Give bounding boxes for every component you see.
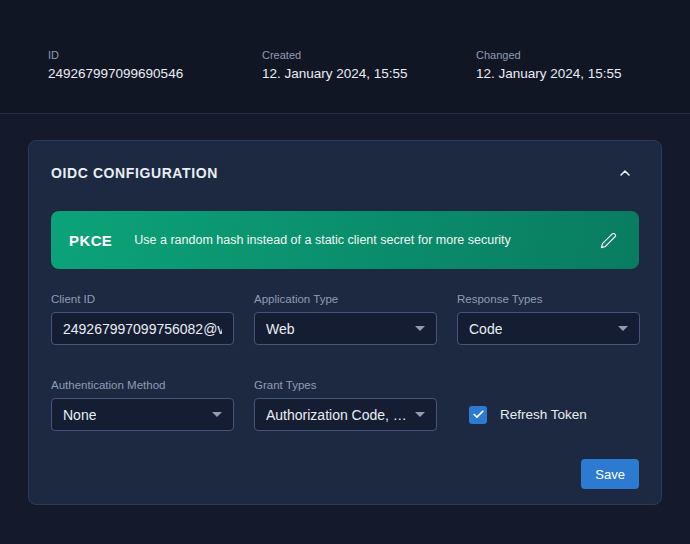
- pencil-icon: [600, 232, 617, 249]
- oidc-configuration-card: OIDC CONFIGURATION PKCE Use a random has…: [28, 140, 662, 505]
- authentication-method-field: Authentication Method None: [51, 379, 234, 431]
- check-icon: [472, 408, 485, 421]
- refresh-token-checkbox[interactable]: [469, 406, 487, 424]
- chevron-down-icon: [618, 326, 628, 331]
- meta-id: ID 249267997099690546: [48, 48, 262, 113]
- chevron-down-icon: [212, 412, 222, 417]
- client-id-label: Client ID: [51, 293, 234, 308]
- meta-changed: Changed 12. January 2024, 15:55: [476, 48, 690, 113]
- meta-changed-value: 12. January 2024, 15:55: [476, 65, 690, 82]
- response-types-value: Code: [469, 321, 502, 337]
- application-type-value: Web: [266, 321, 295, 337]
- authentication-method-select[interactable]: None: [51, 398, 234, 431]
- authentication-method-label: Authentication Method: [51, 379, 234, 394]
- pkce-title: PKCE: [69, 232, 112, 249]
- meta-id-value: 249267997099690546: [48, 65, 262, 82]
- refresh-token-field: Refresh Token: [457, 398, 640, 431]
- grant-types-label: Grant Types: [254, 379, 437, 394]
- card-header: OIDC CONFIGURATION: [51, 157, 639, 189]
- edit-auth-method-button[interactable]: [593, 225, 623, 255]
- pkce-banner: PKCE Use a random hash instead of a stat…: [51, 211, 639, 269]
- save-button[interactable]: Save: [581, 459, 639, 489]
- grant-types-field: Grant Types Authorization Code, Re…: [254, 379, 437, 431]
- app-meta-header: ID 249267997099690546 Created 12. Januar…: [0, 0, 690, 114]
- app-detail-page: ID 249267997099690546 Created 12. Januar…: [0, 0, 690, 505]
- meta-created-label: Created: [262, 48, 476, 62]
- meta-created-value: 12. January 2024, 15:55: [262, 65, 476, 82]
- oidc-form: Client ID Application Type Web Response …: [51, 293, 639, 431]
- client-id-field: Client ID: [51, 293, 234, 345]
- card-actions: Save: [51, 459, 639, 489]
- application-type-field: Application Type Web: [254, 293, 437, 345]
- client-id-input[interactable]: [51, 312, 234, 345]
- refresh-token-label: Refresh Token: [500, 407, 587, 422]
- meta-changed-label: Changed: [476, 48, 690, 62]
- chevron-down-icon: [415, 326, 425, 331]
- authentication-method-value: None: [63, 407, 96, 423]
- response-types-field: Response Types Code: [457, 293, 640, 345]
- collapse-button[interactable]: [611, 159, 639, 187]
- pkce-description: Use a random hash instead of a static cl…: [134, 233, 511, 247]
- meta-id-label: ID: [48, 48, 262, 62]
- application-type-select[interactable]: Web: [254, 312, 437, 345]
- response-types-label: Response Types: [457, 293, 640, 308]
- chevron-up-icon: [617, 165, 633, 181]
- meta-created: Created 12. January 2024, 15:55: [262, 48, 476, 113]
- chevron-down-icon: [415, 412, 425, 417]
- application-type-label: Application Type: [254, 293, 437, 308]
- grant-types-value: Authorization Code, Re…: [266, 407, 407, 423]
- grant-types-select[interactable]: Authorization Code, Re…: [254, 398, 437, 431]
- card-title: OIDC CONFIGURATION: [51, 165, 218, 181]
- response-types-select[interactable]: Code: [457, 312, 640, 345]
